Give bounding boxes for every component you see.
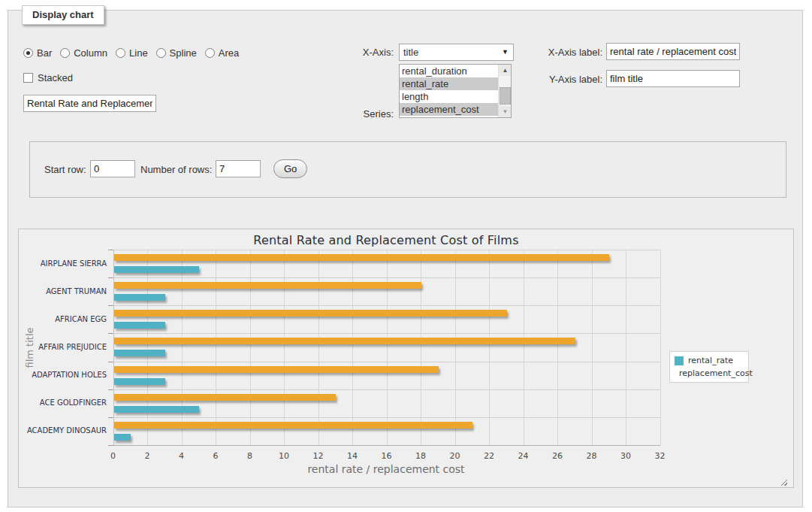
bar-replacement_cost-3 [114,338,575,344]
gridline-v [421,250,421,445]
radio-label: Column [74,47,107,59]
x-axis-select[interactable]: title ▼ [399,44,514,61]
radio-icon[interactable] [23,48,33,58]
x-tick-label: 16 [376,451,398,461]
legend-item-replacement_cost[interactable]: replacement_cost [675,368,744,378]
legend-item-rental_rate[interactable]: rental_rate [675,356,744,365]
display-chart-fieldset: Display chart BarColumnLineSplineArea St… [8,10,803,507]
chart-type-radio-column[interactable]: Column [60,47,107,59]
x-tick-label: 30 [614,451,637,461]
series-options: rental_durationrental_ratelengthreplacem… [400,65,511,116]
y-axis-tick [108,389,113,390]
gridline-h [113,417,660,418]
gridline-v [250,250,251,445]
radio-icon[interactable] [60,48,70,58]
chart-type-radio-line[interactable]: Line [116,47,148,59]
x-tick-label: 22 [478,451,500,461]
chart-type-radio-area[interactable]: Area [205,47,239,59]
gridline-v [318,250,319,445]
legend: rental_ratereplacement_cost [669,351,749,383]
radio-icon[interactable] [205,48,215,58]
series-option-rental_duration[interactable]: rental_duration [400,65,498,77]
stacked-checkbox[interactable] [23,73,33,83]
chart-title-input[interactable] [23,95,156,112]
legend-label: replacement_cost [679,368,753,378]
bar-rental_rate-3 [114,350,165,356]
x-tick-label: 6 [204,451,227,461]
gridline-h [113,445,660,446]
gridline-v [489,250,490,445]
stacked-checkbox-row[interactable]: Stacked [23,72,73,83]
gridline-h [113,362,660,362]
chart-type-radio-bar[interactable]: Bar [23,47,52,59]
series-option-replacement_cost[interactable]: replacement_cost [400,103,498,116]
x-tick-label: 4 [171,451,193,461]
bar-rental_rate-1 [114,294,165,301]
row-range-panel: Start row: Number of rows: Go [29,141,786,198]
y-axis-tick [108,333,113,334]
gridline-v [147,250,148,445]
panel-title: Display chart [22,5,104,25]
gridline-v [626,250,626,445]
bar-replacement_cost-0 [114,254,610,261]
radio-label: Spline [170,47,197,59]
category-label: ACADEMY DINOSAUR [19,426,107,435]
chart-panel: Rental Rate and Replacement Cost of Film… [18,229,794,488]
gridline-v [455,250,456,445]
x-axis-select-label: X-Axis: [294,47,394,58]
gridline-v [387,250,388,445]
radio-label: Line [129,47,148,59]
gridline-v [557,250,558,445]
num-rows-input[interactable] [216,160,261,177]
x-tick-label: 12 [307,451,330,461]
radio-icon[interactable] [156,48,166,58]
gridline-h [113,277,660,278]
scrollbar-thumb[interactable] [500,87,511,105]
gridline-v [660,250,661,445]
series-option-length[interactable]: length [400,90,498,103]
bar-replacement_cost-5 [114,394,337,401]
category-label: ACE GOLDFINGER [19,398,107,407]
start-row-label: Start row: [44,164,89,175]
radio-label: Area [219,47,239,59]
x-tick-label: 2 [136,451,158,461]
x-axis-title: rental rate / replacement cost [113,463,660,475]
go-button[interactable]: Go [273,159,307,178]
screen: Display chart BarColumnLineSplineArea St… [0,0,812,512]
legend-swatch [675,356,684,365]
y-axis-label-input[interactable] [606,70,740,87]
scrollbar-down-icon[interactable]: ▼ [499,106,512,117]
series-option-rental_rate[interactable]: rental_rate [400,77,498,90]
gridline-v [524,250,524,445]
series-listbox[interactable]: rental_durationrental_ratelengthreplacem… [399,64,512,118]
x-tick-label: 32 [649,451,672,461]
start-row-input[interactable] [90,160,135,177]
num-rows-label: Number of rows: [140,164,213,175]
bar-rental_rate-5 [114,406,200,413]
radio-icon[interactable] [116,48,125,58]
x-tick-label: 28 [581,451,603,461]
category-label: AFFAIR PREJUDICE [19,343,107,351]
resize-grip-icon[interactable] [779,477,787,486]
x-axis-selected-value: title [403,47,418,58]
chart-type-radio-spline[interactable]: Spline [156,47,197,59]
gridline-v [352,250,353,445]
gridline-v [284,250,285,445]
chart-title: Rental Rate and Replacement Cost of Film… [113,233,660,247]
bar-rental_rate-6 [114,434,131,441]
bar-replacement_cost-6 [114,422,473,429]
x-axis-label-input[interactable] [606,43,740,60]
stacked-label: Stacked [38,72,73,83]
gridline-h [113,305,660,306]
radio-label: Bar [37,47,52,59]
gridline-v [113,250,114,445]
x-tick-label: 26 [546,451,569,461]
category-label: AGENT TRUMAN [19,287,107,295]
x-tick-label: 18 [409,451,432,461]
series-select-label: Series: [294,108,394,120]
gridline-h [113,333,660,334]
series-scrollbar[interactable]: ▲ ▼ [498,65,511,117]
gridline-v [182,250,183,445]
x-tick-label: 10 [273,451,295,461]
y-axis-tick [108,277,113,278]
